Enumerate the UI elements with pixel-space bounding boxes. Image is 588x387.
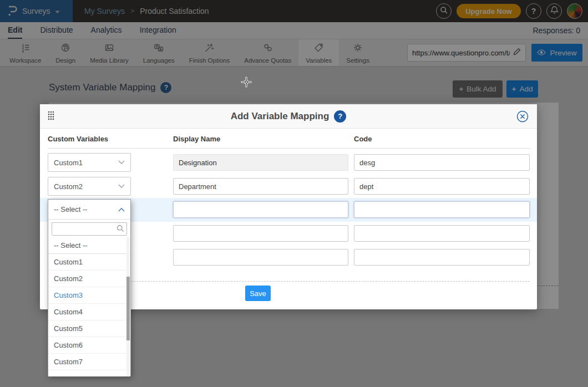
save-button[interactable]: Save bbox=[245, 286, 271, 301]
option-custom4[interactable]: Custom4 bbox=[48, 304, 130, 320]
dropdown-control[interactable]: -- Select -- bbox=[48, 200, 130, 220]
display-name-input-2[interactable] bbox=[173, 178, 348, 195]
option-custom2[interactable]: Custom2 bbox=[48, 271, 130, 287]
dropdown-options-list: -- Select -- Custom1 Custom2 Custom3 Cus… bbox=[48, 237, 130, 376]
display-name-input-3[interactable] bbox=[173, 201, 348, 218]
drag-handle-icon[interactable] bbox=[48, 111, 54, 123]
mapping-row-2: Custom2 bbox=[48, 175, 530, 198]
chevron-down-icon bbox=[118, 184, 125, 189]
dropdown-search bbox=[48, 220, 130, 237]
app-window: Surveys My Surveys > Product Satisfactio… bbox=[0, 0, 588, 387]
option-custom5[interactable]: Custom5 bbox=[48, 320, 130, 337]
display-name-input-4[interactable] bbox=[173, 225, 348, 242]
display-name-input-1[interactable] bbox=[173, 154, 348, 171]
magnifier-icon bbox=[116, 225, 124, 232]
variable-select-2[interactable]: Custom2 bbox=[48, 177, 131, 196]
display-name-input-5[interactable] bbox=[173, 249, 348, 266]
variable-select-dropdown: -- Select -- -- Select -- Custom1 Custom… bbox=[48, 199, 131, 376]
mapping-row-1: Custom1 bbox=[48, 151, 530, 175]
column-display-name: Display Name bbox=[173, 135, 220, 143]
code-input-1[interactable] bbox=[354, 154, 530, 171]
option-custom1[interactable]: Custom1 bbox=[48, 254, 130, 271]
dropdown-scrollbar-thumb[interactable] bbox=[126, 277, 130, 340]
code-input-3[interactable] bbox=[354, 201, 530, 218]
option-custom7[interactable]: Custom7 bbox=[48, 354, 130, 370]
modal-title: Add Variable Mapping bbox=[231, 111, 330, 122]
code-input-2[interactable] bbox=[354, 178, 530, 195]
option-custom3[interactable]: Custom3 bbox=[48, 287, 130, 304]
option-partial[interactable] bbox=[48, 370, 130, 376]
column-code: Code bbox=[354, 135, 372, 143]
chevron-up-icon bbox=[118, 207, 125, 212]
option-custom6[interactable]: Custom6 bbox=[48, 337, 130, 354]
column-custom-variables: Custom Variables bbox=[48, 135, 108, 143]
column-headers: Custom Variables Display Name Code bbox=[48, 129, 530, 149]
variable-select-1[interactable]: Custom1 bbox=[48, 153, 131, 172]
close-icon[interactable] bbox=[516, 110, 529, 123]
option-select[interactable]: -- Select -- bbox=[48, 237, 130, 254]
modal-header: Add Variable Mapping ? bbox=[40, 104, 537, 129]
dropdown-search-input[interactable] bbox=[52, 222, 127, 236]
chevron-down-icon bbox=[118, 160, 125, 165]
code-input-5[interactable] bbox=[354, 249, 530, 266]
code-input-4[interactable] bbox=[354, 225, 530, 242]
modal-help-icon[interactable]: ? bbox=[334, 110, 346, 123]
